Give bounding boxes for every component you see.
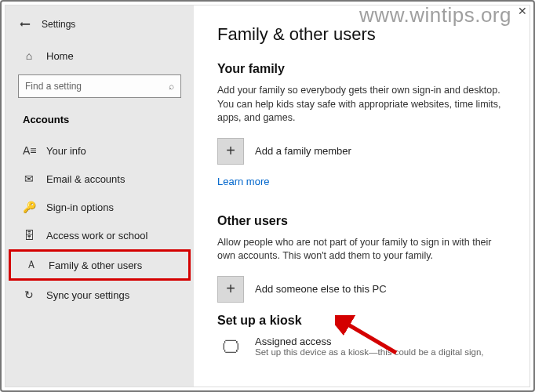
home-icon: ⌂	[23, 49, 35, 62]
add-someone-else-button[interactable]: + Add someone else to this PC	[217, 276, 506, 303]
add-family-label: Add a family member	[255, 145, 351, 157]
search-icon: ⌕	[169, 81, 174, 92]
add-someone-label: Add someone else to this PC	[255, 283, 387, 295]
kiosk-item-desc: Set up this device as a kiosk—this could…	[255, 347, 484, 357]
add-family-member-button[interactable]: + Add a family member	[217, 138, 506, 165]
sidebar-item-sync-settings[interactable]: ↻ Sync your settings	[5, 281, 194, 309]
search-input[interactable]: Find a setting ⌕	[18, 74, 181, 98]
category-title: Accounts	[5, 109, 194, 136]
people-icon: Ａ	[25, 258, 38, 272]
sidebar-item-email-accounts[interactable]: ✉ Email & accounts	[5, 165, 194, 193]
person-card-icon: A≡	[23, 144, 35, 157]
settings-title: Settings	[42, 19, 75, 30]
nav-label: Sync your settings	[46, 289, 129, 301]
key-icon: 🔑	[23, 201, 35, 213]
plus-icon: +	[217, 138, 244, 165]
sidebar-item-access-work-school[interactable]: 🗄 Access work or school	[5, 221, 194, 249]
main-content: Family & other users Your family Add you…	[194, 5, 530, 387]
watermark-text: www.wintips.org	[359, 3, 511, 27]
briefcase-icon: 🗄	[23, 229, 35, 241]
nav-label: Sign-in options	[46, 201, 114, 213]
your-family-title: Your family	[217, 62, 506, 76]
nav-label: Your info	[46, 145, 86, 157]
kiosk-title: Set up a kiosk	[217, 314, 506, 328]
search-placeholder: Find a setting	[25, 81, 82, 92]
monitor-icon: 🖵	[217, 336, 244, 359]
nav-label: Family & other users	[49, 260, 142, 271]
close-icon[interactable]: ✕	[518, 5, 527, 17]
sidebar-item-family-other-users[interactable]: Ａ Family & other users	[9, 249, 191, 281]
kiosk-item-title: Assigned access	[255, 336, 484, 347]
sidebar-item-your-info[interactable]: A≡ Your info	[5, 136, 194, 165]
mail-icon: ✉	[23, 172, 35, 185]
home-item[interactable]: ⌂ Home	[5, 42, 194, 70]
back-icon[interactable]: 🠔	[20, 18, 31, 31]
learn-more-link[interactable]: Learn more	[217, 176, 269, 187]
other-users-desc: Allow people who are not part of your fa…	[217, 236, 506, 263]
your-family-desc: Add your family so everybody gets their …	[217, 84, 506, 125]
sidebar: 🠔 Settings ⌂ Home Find a setting ⌕ Accou…	[5, 5, 194, 387]
other-users-title: Other users	[217, 214, 506, 228]
plus-icon: +	[217, 276, 244, 303]
assigned-access-item[interactable]: 🖵 Assigned access Set up this device as …	[217, 336, 506, 359]
sync-icon: ↻	[23, 289, 35, 301]
nav-label: Email & accounts	[46, 173, 125, 185]
home-label: Home	[46, 50, 74, 62]
sidebar-item-signin-options[interactable]: 🔑 Sign-in options	[5, 193, 194, 221]
nav-label: Access work or school	[46, 230, 147, 241]
